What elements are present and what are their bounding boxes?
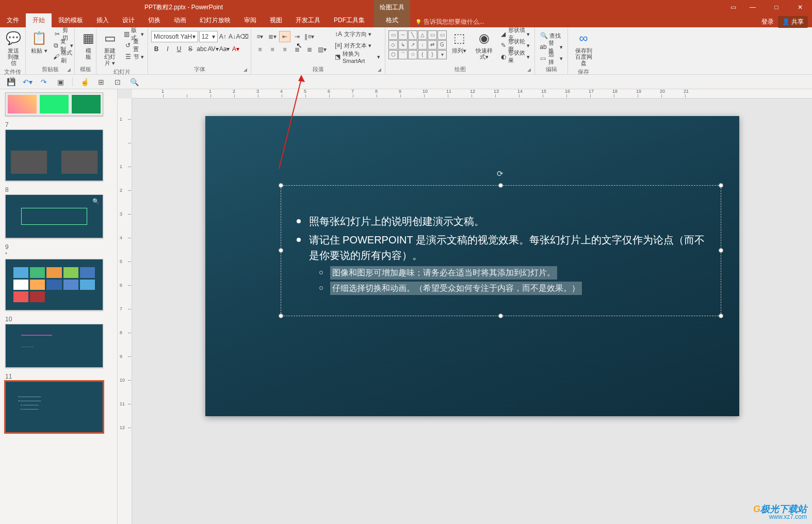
align-text-button[interactable]: [≡]对齐文本 ▾ xyxy=(333,40,382,51)
resize-handle[interactable] xyxy=(498,314,503,318)
para-launcher-icon[interactable]: ◢ xyxy=(378,67,384,73)
close-button[interactable]: ✕ xyxy=(788,0,812,14)
login-link[interactable]: 登录 xyxy=(761,18,774,26)
tab-animations[interactable]: 动画 xyxy=(167,13,193,27)
align-left-button[interactable]: ≡ xyxy=(254,44,266,55)
tab-view[interactable]: 视图 xyxy=(263,13,289,27)
group-label: 字体 xyxy=(151,64,248,73)
tell-me-input[interactable]: 告诉我您想要做什么... xyxy=(415,18,484,26)
fill-icon: ◢ xyxy=(500,30,507,38)
text-placeholder[interactable]: ⟳ 照每张幻灯片上的说明创建演示文稿。 请记住 POWERPOINT 是演示文稿… xyxy=(281,185,721,316)
line-spacing-button[interactable]: ‖≡▾ xyxy=(304,31,315,42)
slide-thumb[interactable] xyxy=(5,129,103,181)
align-right-button[interactable]: ≡ xyxy=(279,44,290,55)
current-slide[interactable]: ⟳ 照每张幻灯片上的说明创建演示文稿。 请记住 POWERPOINT 是演示文稿… xyxy=(205,116,739,416)
save-to-baidu-button[interactable]: ∞保存到 百度网盘 xyxy=(571,29,596,67)
slide-canvas[interactable]: ⟳ 照每张幻灯片上的说明创建演示文稿。 请记住 POWERPOINT 是演示文稿… xyxy=(132,99,812,510)
new-slide-button[interactable]: ▭新建 幻灯片 ▾ xyxy=(100,29,120,67)
align-center-button[interactable]: ≡ xyxy=(267,44,278,55)
rotation-handle-icon[interactable]: ⟳ xyxy=(497,169,505,177)
slide-thumb[interactable]: 🔍 xyxy=(5,194,103,238)
font-launcher-icon[interactable]: ◢ xyxy=(243,67,250,73)
select-button[interactable]: ▭选择 ▾ xyxy=(538,53,564,63)
draw-launcher-icon[interactable]: ◢ xyxy=(527,67,533,73)
watermark: G极光下载站 www.xz7.com xyxy=(753,505,807,521)
slide-thumb[interactable]: — — — — xyxy=(5,324,103,368)
start-slideshow-icon[interactable]: ▣ xyxy=(56,77,65,87)
text-direction-button[interactable]: ↕A文字方向 ▾ xyxy=(333,29,382,39)
maximize-button[interactable]: □ xyxy=(765,0,788,14)
vertical-ruler[interactable]: 1123456789101112 xyxy=(118,99,132,524)
font-size-combo[interactable]: 12▾ xyxy=(199,31,218,42)
bold-button[interactable]: B xyxy=(151,44,161,54)
templates-button[interactable]: ▦模 板 xyxy=(78,29,99,61)
change-case-button[interactable]: Aa▾ xyxy=(219,44,230,54)
tab-design[interactable]: 设计 xyxy=(116,13,141,27)
text-direction-icon: ↕A xyxy=(334,30,343,38)
tab-file[interactable]: 文件 xyxy=(0,13,26,27)
slide-thumb-active[interactable]: • ————————• ———————— ○ —————— ○ —————— xyxy=(5,381,103,433)
char-spacing-button[interactable]: AV▾ xyxy=(208,44,218,54)
tab-slideshow[interactable]: 幻灯片放映 xyxy=(193,13,237,27)
clipboard-launcher-icon[interactable]: ◢ xyxy=(67,67,73,73)
qat-1-icon[interactable]: ⊞ xyxy=(96,77,106,87)
redo-icon[interactable]: ↷ xyxy=(39,77,48,87)
horizontal-ruler[interactable]: 1123456789101112131415161718192021 xyxy=(132,89,812,99)
slide-thumb[interactable] xyxy=(5,259,103,310)
section-button[interactable]: ☰节 ▾ xyxy=(122,52,145,62)
distribute-button[interactable]: ≣ xyxy=(304,44,315,55)
clear-format-button[interactable]: A⌫ xyxy=(237,31,248,42)
share-button[interactable]: 👤 共享 xyxy=(778,16,808,28)
format-painter-button[interactable]: 🖌格式刷 xyxy=(52,52,75,62)
increase-font-button[interactable]: A↑ xyxy=(219,31,227,42)
arrange-button[interactable]: ⬚排列▾ xyxy=(449,29,469,55)
decrease-indent-button[interactable]: ⇤ xyxy=(279,31,290,42)
slide-text-content[interactable]: 照每张幻灯片上的说明创建演示文稿。 请记住 POWERPOINT 是演示文稿的视… xyxy=(281,186,721,302)
tab-pdf-tools[interactable]: PDF工具集 xyxy=(327,13,371,27)
font-color-button[interactable]: A▾ xyxy=(231,44,241,54)
group-label: 编辑 xyxy=(538,64,564,73)
touch-mode-icon[interactable]: ☝ xyxy=(80,77,89,87)
ribbon: 💬发送 到微信 文件传输 📋粘贴 ▾ ✂剪切 ⧉复制 ▾ 🖌格式刷 剪贴板 ◢ … xyxy=(0,27,812,75)
reset-button[interactable]: ↺重置 xyxy=(122,40,145,51)
tab-home[interactable]: 开始 xyxy=(26,13,52,27)
quick-styles-button[interactable]: ◉快速样式▾ xyxy=(472,29,497,61)
smartart-button[interactable]: ⬔转换为 SmartArt ▾ xyxy=(333,52,382,62)
qat-2-icon[interactable]: ⊡ xyxy=(113,77,122,87)
justify-button[interactable]: ≣ xyxy=(291,44,303,55)
shape-effects-button[interactable]: ◐形状效果 ▾ xyxy=(499,52,531,62)
resize-handle[interactable] xyxy=(498,183,503,188)
minimize-button[interactable]: — xyxy=(741,0,765,14)
shadow-button[interactable]: abc xyxy=(197,44,207,54)
resize-handle[interactable] xyxy=(719,183,723,188)
slide-thumb[interactable] xyxy=(5,92,103,116)
tab-insert[interactable]: 插入 xyxy=(90,13,116,27)
decrease-font-button[interactable]: A↓ xyxy=(228,31,236,42)
resize-handle[interactable] xyxy=(279,314,283,318)
tab-my-templates[interactable]: 我的模板 xyxy=(52,13,90,27)
tab-format[interactable]: 格式 xyxy=(374,13,410,27)
strike-button[interactable]: S xyxy=(185,44,196,54)
font-name-combo[interactable]: Microsoft YaH▾ xyxy=(151,31,198,42)
bullets-button[interactable]: ≡▾ xyxy=(254,31,266,42)
resize-handle[interactable] xyxy=(719,314,723,318)
columns-button[interactable]: ▥▾ xyxy=(316,44,328,55)
send-to-wechat-button[interactable]: 💬发送 到微信 xyxy=(3,29,24,67)
resize-handle[interactable] xyxy=(279,248,283,253)
ribbon-options-icon[interactable]: ▭ xyxy=(725,0,741,14)
italic-button[interactable]: I xyxy=(163,44,173,54)
slide-thumbnails-panel[interactable]: 7 8 🔍 9* 10 — — — — 11 • ————————• —————… xyxy=(0,89,118,524)
increase-indent-button[interactable]: ⇥ xyxy=(291,31,303,42)
resize-handle[interactable] xyxy=(719,248,723,253)
qat-3-icon[interactable]: 🔍 xyxy=(129,77,139,87)
numbering-button[interactable]: ≣▾ xyxy=(267,31,278,42)
resize-handle[interactable] xyxy=(279,183,283,188)
paste-button[interactable]: 📋粘贴 ▾ xyxy=(29,29,50,55)
shapes-gallery[interactable]: ▭─╲△▭▭ ◇↳↗↓⇄G ⬡⌒☆(}▾ xyxy=(388,29,447,59)
tab-review[interactable]: 审阅 xyxy=(237,13,263,27)
template-icon: ▦ xyxy=(80,30,96,46)
underline-button[interactable]: U xyxy=(174,44,184,54)
tab-transitions[interactable]: 切换 xyxy=(141,13,167,27)
undo-icon[interactable]: ↶▾ xyxy=(23,77,32,87)
tab-developer[interactable]: 开发工具 xyxy=(289,13,327,27)
